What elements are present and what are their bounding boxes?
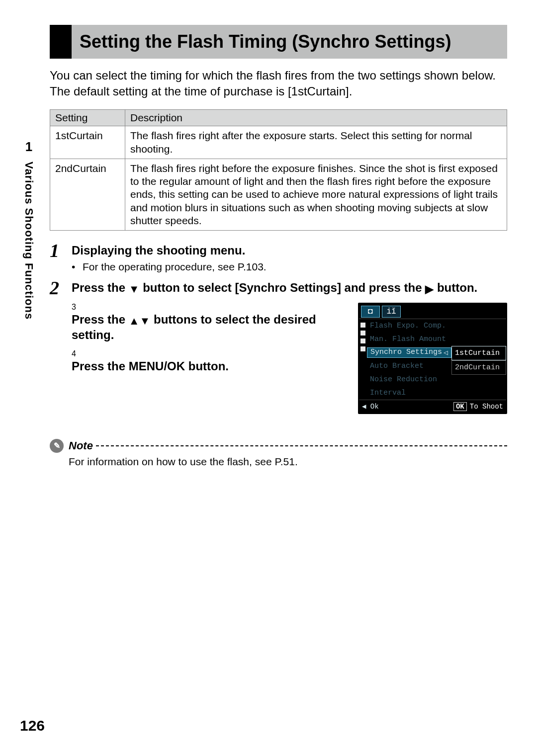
ok-button-icon: OK	[453, 402, 467, 411]
footer-to-shoot: To Shoot	[470, 403, 503, 411]
note-body: For information on how to use the flash,…	[69, 456, 507, 468]
lcd-tabs: ◘ iĭ	[359, 304, 506, 319]
note-divider	[96, 445, 507, 446]
col-header-description: Description	[125, 110, 507, 126]
step-number: 4	[72, 349, 76, 358]
section-title-band: Setting the Flash Timing (Synchro Settin…	[50, 25, 507, 59]
bullet-icon: •	[72, 261, 83, 273]
list-item: Auto Bracket	[367, 362, 451, 370]
list-item: Man. Flash Amount	[367, 335, 451, 343]
step-1: 1 Displaying the shooting menu. •For the…	[50, 243, 507, 273]
lcd-scroll-markers	[359, 319, 367, 400]
list-item: Interval	[367, 389, 451, 397]
step-subtext: •For the operating procedure, see P.103.	[72, 261, 507, 273]
step-number: 2	[50, 277, 59, 299]
manual-page: 1 Various Shooting Functions Setting the…	[0, 0, 537, 756]
down-arrow-icon: ▼	[129, 284, 140, 295]
note-header: ✎ Note	[50, 439, 507, 453]
table-row: 1stCurtain The flash fires right after t…	[50, 126, 507, 159]
page-title: Setting the Flash Timing (Synchro Settin…	[80, 32, 497, 52]
step-heading: Press the ▲▼ buttons to select the desir…	[72, 312, 338, 342]
settings-table: Setting Description 1stCurtain The flash…	[50, 109, 507, 231]
step-heading: Press the MENU/OK button.	[72, 358, 338, 374]
note-label: Note	[69, 439, 93, 452]
col-header-setting: Setting	[50, 110, 125, 126]
lcd-footer: ◀ Ok OK To Shoot	[359, 400, 506, 413]
note-pencil-icon: ✎	[50, 439, 64, 453]
camera-lcd-screenshot: ◘ iĭ Flash Expo. Comp.	[358, 303, 507, 414]
side-tab: 1 Various Shooting Functions	[20, 139, 38, 320]
cell-setting: 2ndCurtain	[50, 159, 125, 230]
cell-description: The flash fires right after the exposure…	[125, 126, 507, 159]
step-number: 3	[72, 303, 76, 311]
lcd-options: 1stCurtain 2ndCurtain	[451, 346, 506, 400]
cell-setting: 1stCurtain	[50, 126, 125, 159]
cell-description: The flash fires right before the exposur…	[125, 159, 507, 230]
option-selected: 1stCurtain	[451, 346, 506, 360]
chapter-title: Various Shooting Functions	[22, 162, 35, 320]
title-accent-box	[50, 25, 72, 59]
chapter-number: 1	[25, 139, 32, 155]
steps-list: 1 Displaying the shooting menu. •For the…	[50, 243, 507, 419]
option: 2ndCurtain	[451, 360, 506, 375]
intro-paragraph: You can select the timing for which the …	[50, 68, 507, 100]
lcd-menu: Flash Expo. Comp. Man. Flash Amount Sync…	[367, 319, 506, 400]
table-row: 2ndCurtain The flash fires right before …	[50, 159, 507, 230]
step-number: 1	[50, 240, 59, 261]
step-heading: Displaying the shooting menu.	[72, 243, 507, 258]
step-2: 2 Press the ▼ button to select [Synchro …	[50, 280, 507, 295]
settings-tab-icon: iĭ	[382, 306, 401, 318]
list-item: Noise Reduction	[367, 375, 451, 384]
list-item-selected: Synchro Settings ◁	[367, 347, 451, 358]
list-item: Flash Expo. Comp.	[367, 322, 451, 330]
footer-ok-hint: ◀ Ok	[362, 402, 453, 411]
left-indicator-icon: ◁	[444, 348, 448, 357]
up-down-arrow-icon: ▲▼	[129, 316, 151, 327]
step-3-4-with-lcd: 3 Press the ▲▼ buttons to select the des…	[50, 303, 507, 419]
camera-tab-icon: ◘	[361, 306, 380, 318]
step-heading: Press the ▼ button to select [Synchro Se…	[72, 280, 507, 295]
right-arrow-icon: ▶	[425, 284, 434, 295]
page-number: 126	[20, 717, 45, 734]
